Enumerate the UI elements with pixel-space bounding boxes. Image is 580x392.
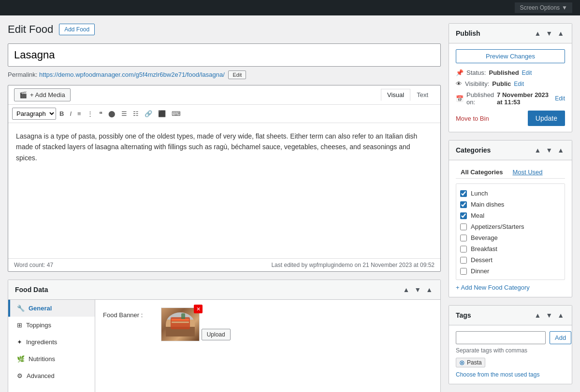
food-data-nav: 🔧 General ⊞ Toppings ✦ Ingredients 🌿 Nut… bbox=[8, 300, 95, 392]
nav-item-advanced[interactable]: ⚙ Advanced bbox=[8, 367, 95, 384]
word-count-value: 47 bbox=[47, 262, 53, 268]
categories-controls: ▲ ▼ ▲ bbox=[533, 145, 565, 155]
more-button[interactable]: ⬛ bbox=[156, 109, 168, 119]
categories-minimize[interactable]: ▲ bbox=[556, 145, 565, 155]
add-new-category-link[interactable]: + Add New Food Category bbox=[456, 284, 565, 291]
tag-input[interactable] bbox=[456, 331, 546, 344]
publish-collapse-down[interactable]: ▼ bbox=[545, 28, 553, 38]
tab-text[interactable]: Text bbox=[410, 89, 435, 101]
tags-minimize[interactable]: ▲ bbox=[556, 310, 565, 320]
word-count-area: Word count: 47 bbox=[14, 262, 53, 268]
status-edit-link[interactable]: Edit bbox=[522, 70, 532, 76]
cat-label-appetizers: Appetizers/Starters bbox=[471, 223, 524, 230]
blockquote-button[interactable]: ❝ bbox=[97, 109, 105, 119]
food-data-controls: ▲ ▼ ▲ bbox=[402, 285, 434, 294]
keyboard-button[interactable]: ⌨ bbox=[169, 109, 183, 119]
upload-button[interactable]: Upload bbox=[202, 329, 231, 340]
cat-checkbox-lunch[interactable] bbox=[460, 190, 467, 197]
published-label: Published on: bbox=[466, 91, 494, 106]
tab-all-categories[interactable]: All Categories bbox=[456, 166, 508, 178]
category-list: Lunch Main dishes Meal Appetizers/Starte… bbox=[456, 183, 565, 280]
cat-item-lunch: Lunch bbox=[460, 188, 561, 199]
cat-checkbox-main-dishes[interactable] bbox=[460, 201, 467, 208]
bold-button[interactable]: B bbox=[57, 109, 66, 119]
publish-box: Publish ▲ ▼ ▲ Preview Changes 📌 Status: … bbox=[449, 23, 572, 132]
tab-most-used[interactable]: Most Used bbox=[508, 166, 547, 178]
align-center-button[interactable]: ☰ bbox=[119, 109, 130, 119]
ordered-list-button[interactable]: ⋮ bbox=[85, 109, 96, 119]
cat-checkbox-appetizers[interactable] bbox=[460, 224, 467, 230]
page-wrap: Edit Food Add Food Permalink: https://de… bbox=[0, 15, 580, 392]
nav-item-nutritions[interactable]: 🌿 Nutritions bbox=[8, 350, 95, 367]
cat-label-lunch: Lunch bbox=[471, 190, 488, 197]
food-banner-image-container: ✕ bbox=[161, 308, 200, 341]
tags-collapse-up[interactable]: ▲ bbox=[533, 310, 542, 320]
publish-body: Preview Changes 📌 Status: Published Edit… bbox=[449, 43, 572, 132]
food-data-body: 🔧 General ⊞ Toppings ✦ Ingredients 🌿 Nut… bbox=[8, 300, 440, 392]
categories-title: Categories bbox=[456, 146, 491, 154]
food-data-box: Food Data ▲ ▼ ▲ 🔧 General ⊞ Toppings bbox=[8, 280, 441, 392]
nav-label-toppings: Toppings bbox=[26, 322, 51, 329]
publish-header: Publish ▲ ▼ ▲ bbox=[449, 24, 572, 43]
published-value: 7 November 2023 at 11:53 bbox=[497, 91, 552, 106]
food-data-collapse-down[interactable]: ▼ bbox=[413, 285, 422, 294]
align-right-button[interactable]: ☷ bbox=[130, 109, 141, 119]
cat-checkbox-beverage[interactable] bbox=[460, 235, 467, 241]
food-plate-visual bbox=[166, 312, 195, 336]
nav-item-ingredients[interactable]: ✦ Ingredients bbox=[8, 334, 95, 350]
nav-item-toppings[interactable]: ⊞ Toppings bbox=[8, 317, 95, 334]
tags-controls: ▲ ▼ ▲ bbox=[533, 310, 565, 320]
permalink-edit-button[interactable]: Edit bbox=[228, 70, 246, 79]
permalink-url[interactable]: https://demo.wpfoodmanager.com/g5f4mzlr6… bbox=[39, 71, 225, 78]
move-to-bin-link[interactable]: Move to Bin bbox=[456, 115, 489, 122]
calendar-icon: 📅 bbox=[456, 95, 464, 102]
tags-box: Tags ▲ ▼ ▲ Add Separate tags with commas… bbox=[449, 305, 572, 384]
editor-header: 🎬 + Add Media Visual Text bbox=[8, 85, 440, 105]
preview-changes-button[interactable]: Preview Changes bbox=[456, 49, 565, 63]
align-left-button[interactable]: ⬤ bbox=[106, 109, 118, 119]
categories-body: All Categories Most Used Lunch Main dish… bbox=[449, 160, 572, 297]
cat-item-dinner: Dinner bbox=[460, 266, 561, 277]
cat-checkbox-dinner[interactable] bbox=[460, 268, 467, 275]
page-title-area: Edit Food Add Food bbox=[8, 23, 441, 36]
cat-checkbox-dessert[interactable] bbox=[460, 257, 467, 264]
cat-checkbox-breakfast[interactable] bbox=[460, 246, 467, 252]
categories-collapse-up[interactable]: ▲ bbox=[533, 145, 542, 155]
link-button[interactable]: 🔗 bbox=[142, 109, 155, 119]
food-data-collapse-up[interactable]: ▲ bbox=[402, 285, 410, 294]
visibility-edit-link[interactable]: Edit bbox=[514, 81, 524, 87]
cat-item-beverage: Beverage bbox=[460, 232, 561, 243]
tags-collapse-down[interactable]: ▼ bbox=[545, 310, 553, 320]
advanced-icon: ⚙ bbox=[17, 372, 23, 379]
cat-label-dessert: Dessert bbox=[471, 256, 493, 264]
nav-item-general[interactable]: 🔧 General bbox=[8, 300, 95, 317]
format-select[interactable]: Paragraph bbox=[12, 108, 56, 120]
tag-add-button[interactable]: Add bbox=[550, 331, 571, 344]
tab-visual[interactable]: Visual bbox=[381, 89, 410, 101]
food-data-header: Food Data ▲ ▼ ▲ bbox=[8, 280, 440, 300]
publish-collapse-up[interactable]: ▲ bbox=[533, 28, 542, 38]
food-data-minimize[interactable]: ▲ bbox=[425, 285, 434, 294]
choose-tags-link[interactable]: Choose from the most used tags bbox=[456, 371, 565, 378]
add-media-button[interactable]: 🎬 + Add Media bbox=[14, 88, 71, 101]
nav-label-general: General bbox=[29, 305, 52, 312]
tag-remove-pasta[interactable]: ⊗ bbox=[459, 359, 465, 366]
add-food-button[interactable]: Add Food bbox=[59, 24, 95, 35]
status-value: Published bbox=[489, 69, 519, 76]
update-button[interactable]: Update bbox=[528, 111, 565, 126]
publish-status-row: 📌 Status: Published Edit bbox=[456, 69, 565, 76]
editor-content-area[interactable]: Lasagna is a type of pasta, possibly one… bbox=[8, 123, 440, 258]
publish-minimize[interactable]: ▲ bbox=[556, 28, 565, 38]
screen-options-button[interactable]: Screen Options ▼ bbox=[515, 2, 572, 13]
visibility-label: Visibility: bbox=[465, 80, 489, 87]
categories-collapse-down[interactable]: ▼ bbox=[545, 145, 553, 155]
italic-button[interactable]: I bbox=[67, 109, 74, 119]
food-layer1 bbox=[172, 319, 189, 321]
food-title-input[interactable] bbox=[8, 43, 441, 67]
cat-checkbox-meal[interactable] bbox=[460, 212, 467, 219]
published-edit-link[interactable]: Edit bbox=[555, 95, 565, 102]
unordered-list-button[interactable]: ≡ bbox=[75, 109, 84, 119]
cat-label-dinner: Dinner bbox=[471, 267, 489, 275]
remove-image-button[interactable]: ✕ bbox=[194, 305, 203, 313]
status-label: Status: bbox=[466, 69, 486, 76]
